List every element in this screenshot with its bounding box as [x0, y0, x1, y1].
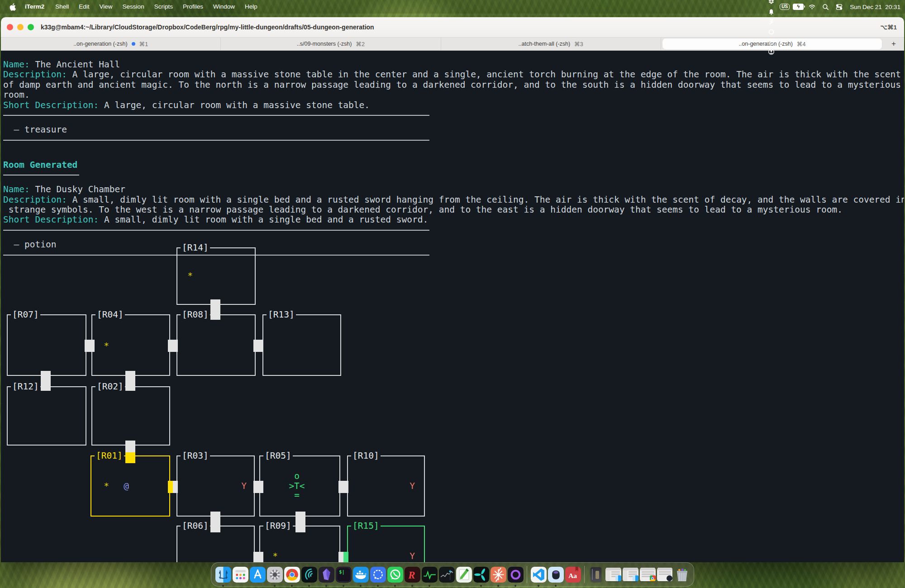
tab-1[interactable]: ..on-generation (-zsh)⌘1: [1, 38, 221, 50]
dock-chrome[interactable]: [284, 567, 300, 583]
minimize-button[interactable]: [17, 24, 24, 30]
terminal-pane[interactable]: Name: The Ancient HallDescription: A lar…: [1, 51, 904, 562]
search-icon[interactable]: [820, 2, 831, 12]
door-10: [173, 481, 178, 493]
room-label-R03: [R03]: [181, 450, 210, 461]
menu-item-shell[interactable]: Shell: [50, 3, 74, 10]
apple-menu-icon[interactable]: [5, 3, 19, 11]
menu-item-window[interactable]: Window: [208, 3, 240, 10]
dock-chrome-window-thumb[interactable]: [640, 567, 656, 583]
tab-activity-dot: [132, 42, 135, 46]
room-label-R13: [R13]: [267, 309, 296, 320]
svg-text:Aa: Aa: [568, 571, 577, 579]
dock-finder[interactable]: [215, 567, 231, 583]
dock-pinwheel-app[interactable]: [473, 567, 489, 583]
door-16: [338, 552, 343, 562]
door-5: [41, 371, 51, 391]
dock-whatsapp[interactable]: [387, 567, 403, 583]
dock-iterm2[interactable]: $|: [336, 567, 352, 583]
room-label-R04: [R04]: [95, 309, 125, 320]
running-indicator: [325, 585, 327, 587]
dropbox-icon[interactable]: [766, 0, 776, 7]
running-indicator: [411, 585, 413, 587]
dock-finder-window-thumb[interactable]: [605, 567, 621, 583]
map-item-o-6: o: [294, 471, 300, 481]
room-label-R02: [R02]: [95, 381, 125, 392]
running-indicator: [291, 585, 293, 587]
map-item-Y-9: Y: [410, 481, 415, 491]
account-icon[interactable]: [766, 47, 776, 57]
room-R04: [R04]: [91, 314, 170, 376]
running-indicator: [555, 585, 557, 587]
menu-app-name[interactable]: iTerm2: [20, 0, 49, 14]
dock-docker[interactable]: [353, 567, 369, 583]
dock-document-window-thumb[interactable]: [588, 567, 604, 583]
dock-dictionary[interactable]: Aa: [565, 567, 581, 583]
dock-chart-app[interactable]: [439, 567, 455, 583]
map-item-@-4: @: [124, 481, 129, 491]
map-item-*-2: *: [104, 341, 109, 351]
map-item-Y-11: Y: [410, 551, 415, 561]
door-17: [343, 552, 348, 562]
door-1: [210, 299, 220, 320]
dock-claude-starburst-app[interactable]: [491, 567, 506, 583]
room-label-R15: [R15]: [351, 521, 381, 531]
dock-purple-ring-app[interactable]: [508, 567, 524, 583]
battery-icon[interactable]: ϟ: [793, 2, 804, 12]
dock-signal[interactable]: [370, 567, 386, 583]
dock-app-window-thumb[interactable]: [657, 567, 673, 583]
room-R02: [R02]: [91, 386, 170, 446]
tab-2[interactable]: ..s/09-monsters (-zsh)⌘2: [221, 38, 441, 50]
room-label-R12: [R12]: [11, 381, 40, 392]
dock-red-r-app[interactable]: R: [405, 567, 420, 583]
menu-item-view[interactable]: View: [95, 3, 118, 10]
menu-item-profiles[interactable]: Profiles: [178, 3, 208, 10]
zoom-button[interactable]: [28, 24, 34, 30]
close-button[interactable]: [7, 24, 13, 30]
control-center-icon[interactable]: [834, 2, 844, 12]
ring-icon[interactable]: [766, 27, 776, 37]
menu-item-help[interactable]: Help: [240, 3, 262, 10]
running-indicator: [343, 585, 344, 587]
room-label-R08: [R08]: [181, 309, 210, 320]
room-label-R07: [R07]: [11, 309, 40, 320]
door-11: [253, 481, 263, 493]
running-indicator: [497, 585, 499, 587]
input-source-badge[interactable]: US: [779, 2, 790, 12]
dock-system-settings[interactable]: [267, 567, 283, 583]
tab-3[interactable]: ..atch-them-all (-zsh)⌘3: [441, 38, 661, 50]
menu-item-edit[interactable]: Edit: [74, 3, 94, 10]
menu-clock[interactable]: Sun Dec 21 20:31: [847, 4, 900, 10]
play-circle-icon[interactable]: [766, 37, 776, 47]
dock-trash[interactable]: [674, 567, 690, 583]
dock-teal-wave-app[interactable]: [301, 567, 317, 583]
running-indicator: [222, 585, 224, 587]
room-label-R01: [R01]: [95, 450, 124, 461]
dock-vscode[interactable]: [531, 567, 547, 583]
door-12: [338, 481, 348, 493]
door-3: [168, 340, 178, 352]
running-indicator: [360, 585, 362, 587]
dock-waveform-app[interactable]: [422, 567, 438, 583]
running-indicator: [538, 585, 539, 587]
dock-speaker-app[interactable]: [548, 567, 564, 583]
dock-text-editor-app[interactable]: [456, 567, 472, 583]
dock-launchpad[interactable]: [233, 567, 248, 583]
door-15: [253, 552, 263, 562]
tab-shortcut: ⌘1: [139, 41, 148, 47]
room-label-R10: [R10]: [351, 450, 381, 461]
bell-icon[interactable]: [766, 7, 776, 17]
running-indicator: [480, 585, 482, 587]
running-indicator: [377, 585, 379, 587]
tab-shortcut: ⌘3: [574, 41, 583, 47]
dock-finder-window-thumb-2[interactable]: [623, 567, 638, 583]
window-title: k33g@mbam4:~/Library/CloudStorage/Dropbo…: [41, 24, 374, 31]
wifi-icon[interactable]: [806, 2, 817, 12]
dock-app-store[interactable]: [250, 567, 266, 583]
menu-item-session[interactable]: Session: [118, 3, 149, 10]
running-indicator: [514, 585, 516, 587]
menu-item-scripts[interactable]: Scripts: [149, 3, 178, 10]
dock-obsidian[interactable]: [319, 567, 334, 583]
dock: $|RAa: [211, 562, 694, 587]
zigzag-icon[interactable]: [766, 17, 776, 27]
